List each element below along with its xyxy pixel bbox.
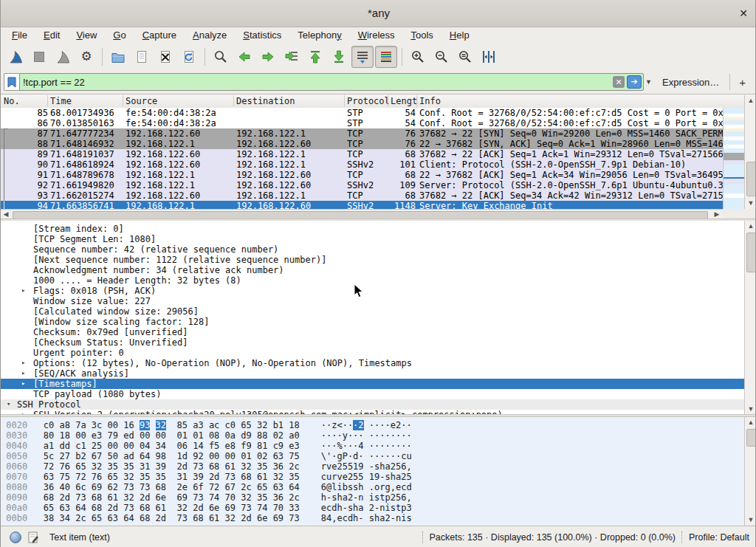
hex-byte[interactable]: ad <box>123 451 134 461</box>
ascii-char[interactable]: · <box>406 430 411 441</box>
intelligent-scrollbar[interactable] <box>723 108 745 209</box>
scroll-up-icon[interactable]: ▲ <box>745 417 756 428</box>
hex-byte[interactable]: 32 <box>177 503 188 513</box>
ascii-char[interactable]: s <box>391 503 396 513</box>
hex-byte[interactable]: 3c <box>92 420 102 430</box>
display-filter-field[interactable]: ✕ ➔ <box>19 73 644 91</box>
go-forward-button[interactable] <box>257 46 279 68</box>
ascii-char[interactable]: y <box>343 430 348 441</box>
hex-byte[interactable]: 36 <box>273 492 284 503</box>
menu-capture[interactable]: Capture <box>134 28 185 42</box>
hex-byte[interactable]: 00 <box>108 441 118 451</box>
ascii-char[interactable]: · <box>337 430 342 441</box>
hex-byte[interactable]: 14 <box>193 441 203 451</box>
hex-byte[interactable]: 68 <box>92 492 102 503</box>
hex-byte[interactable]: a1 <box>44 441 54 451</box>
ascii-char[interactable]: - <box>391 513 396 523</box>
save-file-button[interactable] <box>131 46 153 68</box>
ascii-char[interactable]: h <box>337 503 342 513</box>
hex-byte[interactable]: 7a <box>75 420 86 430</box>
hex-byte[interactable]: 64 <box>75 503 86 513</box>
ascii-char[interactable]: · <box>369 441 374 451</box>
ascii-char[interactable]: e <box>343 472 348 482</box>
colorize-button[interactable] <box>375 46 397 68</box>
detail-line[interactable]: [Calculated window size: 29056] <box>1 306 745 317</box>
detail-line[interactable]: Sequence number: 42 (relative sequence n… <box>1 244 745 255</box>
hex-byte[interactable]: 35 <box>108 461 118 472</box>
go-last-button[interactable] <box>328 46 350 68</box>
ascii-char[interactable]: - <box>379 472 385 482</box>
hex-byte[interactable]: 65 <box>44 503 54 513</box>
hex-byte[interactable]: 34 <box>59 513 69 523</box>
hex-byte[interactable]: 08 <box>209 430 219 441</box>
hex-byte[interactable]: 70 <box>225 492 236 503</box>
reload-file-button[interactable] <box>178 46 200 68</box>
column-header-source[interactable]: Source <box>126 96 157 106</box>
hex-byte[interactable]: 2c <box>241 482 251 492</box>
collapsed-arrow-icon[interactable]: ▸ <box>21 286 25 294</box>
ascii-char[interactable]: · <box>385 441 391 451</box>
detail-line[interactable]: 1000 .... = Header Length: 32 bytes (8) <box>1 275 745 286</box>
detail-line[interactable]: ▸Flags: 0x018 (PSH, ACK) <box>1 286 745 296</box>
hex-byte[interactable]: 73 <box>123 482 134 492</box>
hex-byte[interactable]: 00 <box>156 430 166 441</box>
hex-byte[interactable]: 72 <box>209 482 219 492</box>
column-divider[interactable] <box>233 95 234 106</box>
filter-bookmark-icon[interactable] <box>4 73 19 91</box>
hex-byte[interactable]: 80 <box>44 430 54 441</box>
hex-byte[interactable]: 63 <box>108 513 118 523</box>
ascii-char[interactable]: · <box>343 420 348 430</box>
hex-byte[interactable]: 18 <box>289 420 299 430</box>
ascii-char[interactable]: 2 <box>337 461 342 472</box>
ascii-char[interactable]: , <box>391 482 396 492</box>
hex-byte[interactable]: 76 <box>92 472 102 482</box>
hex-byte[interactable]: 00 <box>209 451 219 461</box>
menu-wireless[interactable]: Wireless <box>350 28 403 42</box>
details-vscrollbar[interactable]: ▲ ▼ <box>744 221 756 415</box>
hex-byte[interactable]: 32 <box>273 472 284 482</box>
capture-options-button[interactable]: ⚙ <box>75 46 97 68</box>
detail-line[interactable]: [Stream index: 0] <box>1 224 745 234</box>
bytes-vscrollbar[interactable]: ▲ ▼ <box>744 417 756 526</box>
hex-byte[interactable]: 00 <box>123 441 134 451</box>
hex-byte[interactable]: 18 <box>59 430 69 441</box>
filter-clear-icon[interactable]: ✕ <box>613 76 625 88</box>
packet-row-89[interactable]: 8971.648191037192.168.122.60192.168.122.… <box>1 149 723 159</box>
ascii-char[interactable]: h <box>379 461 385 472</box>
hex-byte[interactable]: 16 <box>123 420 134 430</box>
ascii-char[interactable]: 2 <box>391 461 396 472</box>
hex-row-0090[interactable]: 0090 68 2d 73 68 61 32 2d 6e 69 73 74 70… <box>1 492 745 503</box>
hex-byte[interactable]: 63 <box>273 482 284 492</box>
menu-telephony[interactable]: Telephony <box>289 28 349 42</box>
hex-byte[interactable]: 68 <box>92 503 102 513</box>
ascii-char[interactable]: · <box>379 430 385 441</box>
ascii-char[interactable]: h <box>358 482 363 492</box>
ascii-char[interactable]: r <box>379 482 385 492</box>
ascii-char[interactable]: u <box>406 451 411 461</box>
hex-byte[interactable]: 2d <box>108 503 118 513</box>
hex-byte[interactable]: 69 <box>177 492 188 503</box>
scroll-down-icon[interactable]: ▼ <box>745 404 756 415</box>
packet-details-pane[interactable]: [Stream index: 0][TCP Segment Len: 1080]… <box>1 221 745 415</box>
detail-line[interactable]: Acknowledgment number: 34 (relative ack … <box>1 265 745 275</box>
scroll-up-icon[interactable]: ▲ <box>745 221 756 232</box>
menu-tools[interactable]: Tools <box>403 28 441 42</box>
hex-row-0020[interactable]: 0020 c0 a8 7a 3c 00 16 93 32 85 a3 ac c0… <box>1 420 745 430</box>
hex-byte[interactable]: 32 <box>92 461 102 472</box>
hex-byte[interactable]: 74 <box>257 503 267 513</box>
hex-byte[interactable]: 35 <box>140 472 150 482</box>
hex-byte[interactable]: 69 <box>92 482 102 492</box>
menu-analyze[interactable]: Analyze <box>185 28 235 42</box>
hex-byte[interactable]: 01 <box>193 430 203 441</box>
hex-byte[interactable]: 35 <box>257 492 267 503</box>
hex-byte[interactable]: 73 <box>140 482 150 492</box>
hex-byte[interactable]: 68 <box>140 503 150 513</box>
hex-byte[interactable]: 67 <box>225 482 236 492</box>
hex-byte[interactable]: 65 <box>108 472 118 482</box>
auto-scroll-button[interactable] <box>351 46 374 68</box>
ascii-char[interactable]: 3 <box>406 503 411 513</box>
hex-byte[interactable]: 61 <box>225 461 236 472</box>
column-header-info[interactable]: Info <box>419 96 441 106</box>
ascii-char[interactable]: e <box>321 503 326 513</box>
ascii-char[interactable]: i <box>337 482 342 492</box>
